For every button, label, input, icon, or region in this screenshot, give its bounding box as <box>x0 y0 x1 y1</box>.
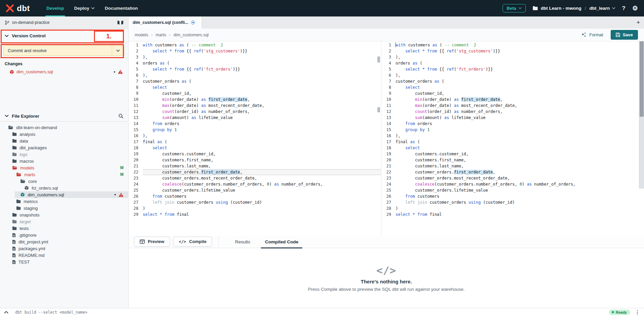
project-dropdown[interactable]: dbt_learn <box>589 6 615 11</box>
sidebar-splitter[interactable] <box>0 74 128 111</box>
commit-and-resolve-button[interactable]: Commit and resolve <box>3 45 124 56</box>
code-line: 3), <box>381 54 644 60</box>
tree-item--gitignore[interactable]: .gitignore <box>0 232 128 238</box>
tree-item-label: metrics <box>24 199 38 204</box>
breadcrumb-segment[interactable]: models <box>135 33 148 37</box>
line-number: 14 <box>129 121 143 127</box>
floppy-save-icon <box>616 33 620 37</box>
annotation-step-label: 1. <box>94 31 124 42</box>
tree-item-packages-yml[interactable]: packages.yml <box>0 245 128 252</box>
line-number: 9 <box>129 90 143 96</box>
changed-file-row[interactable]: dim_customers.sql <box>9 69 124 74</box>
model-cube-icon <box>24 186 29 190</box>
split-editors: 1with customers as ( -- comment 22 selec… <box>129 41 644 235</box>
format-button[interactable]: Format <box>581 32 603 38</box>
account-name[interactable]: dbt Learn - mwong <box>541 6 581 11</box>
tree-item-analysis[interactable]: analysis <box>0 131 128 137</box>
scrollbar-right[interactable] <box>639 41 644 189</box>
help-icon[interactable]: ? <box>622 5 625 12</box>
code-line: 14 from orders <box>381 121 644 127</box>
code-line: 14 from orders <box>129 121 381 127</box>
line-number: 18 <box>129 145 143 151</box>
tree-item-dbt-learn-on-demand[interactable]: dbt-learn-on-demand <box>0 124 128 131</box>
code-editor-right[interactable]: 1with customers as ( -- comment 22 selec… <box>381 41 644 235</box>
code-editor-left[interactable]: 1with customers as ( -- comment 22 selec… <box>129 41 381 235</box>
file-icon <box>12 233 16 237</box>
tree-item-macros[interactable]: macros <box>0 158 128 164</box>
tree-item-snapshots[interactable]: snapshots <box>0 211 128 218</box>
tree-item-target[interactable]: target <box>0 218 128 225</box>
tree-item-data[interactable]: data <box>0 137 128 144</box>
code-line: 21 customers.last_name, <box>129 163 381 169</box>
cli-command-input[interactable]: dbt build --select <model_name> <box>15 310 88 315</box>
chevron-down-icon <box>91 7 95 9</box>
scrollbar-thumb[interactable] <box>640 41 644 117</box>
tree-item-test[interactable]: TEST <box>0 259 128 265</box>
tree-item-readme-md[interactable]: README.md <box>0 252 128 259</box>
code-line: 24 coalesce(customer_orders.number_of_or… <box>381 181 644 187</box>
dbt-logo-icon <box>5 4 14 13</box>
line-number: 5 <box>381 66 396 72</box>
docs-book-icon[interactable] <box>117 20 124 25</box>
tree-item-core[interactable]: core <box>0 178 128 185</box>
chevron-up-icon[interactable] <box>4 311 8 314</box>
tree-item-dbt-packages[interactable]: dbt_packages <box>0 144 128 151</box>
line-number: 23 <box>129 175 143 181</box>
results-panel: </> There's nothing here. Press Compile … <box>129 248 644 308</box>
beta-dropdown[interactable]: Beta <box>503 4 526 12</box>
file-explorer-header[interactable]: File Explorer <box>0 111 128 122</box>
line-number: 26 <box>129 193 143 199</box>
dbt-logo[interactable]: dbt <box>5 4 30 13</box>
code-line: 9 customer_id, <box>129 90 381 96</box>
line-number: 17 <box>129 139 143 145</box>
compile-button[interactable]: </> Compile <box>173 237 212 247</box>
line-number: 18 <box>381 145 396 151</box>
top-navbar: dbt DevelopDeployDocumentation Beta dbt … <box>0 0 644 16</box>
line-number: 13 <box>381 115 396 121</box>
tree-item-dbt-project-yml[interactable]: dbt_project.yml <box>0 238 128 245</box>
tree-item-dim-customers-sql[interactable]: dim_customers.sql <box>0 191 128 198</box>
line-number: 6 <box>381 72 396 78</box>
unsaved-dot-icon <box>114 71 115 73</box>
overflow-menu-icon[interactable]: ⋮ <box>635 309 640 315</box>
tree-item-fct-orders-sql[interactable]: fct_orders.sql <box>0 185 128 191</box>
tree-item-models[interactable]: modelsM <box>0 164 128 171</box>
tree-item-logs[interactable]: logs <box>0 151 128 158</box>
status-badge: Ready <box>609 310 630 315</box>
tree-item-tests[interactable]: tests <box>0 225 128 232</box>
tree-item-metrics[interactable]: metrics <box>0 198 128 205</box>
tree-item-label: dbt-learn-on-demand <box>16 125 57 130</box>
search-icon[interactable] <box>118 113 124 119</box>
code-line: 6), <box>381 72 644 78</box>
nav-deploy[interactable]: Deploy <box>69 0 100 16</box>
preview-button[interactable]: Preview <box>134 237 170 247</box>
tree-item-marts[interactable]: martsM <box>0 171 128 178</box>
settings-gear-icon[interactable]: ⚙ <box>632 4 638 12</box>
editor-tabbar: dim_customers.sql (confli... + <box>129 16 644 29</box>
file-icon <box>12 246 16 251</box>
nav-develop[interactable]: Develop <box>41 0 69 16</box>
line-number: 6 <box>129 72 143 78</box>
line-number: 21 <box>129 163 143 169</box>
scrollbar-left-overview[interactable] <box>377 41 381 235</box>
breadcrumb-segment[interactable]: marts <box>156 33 166 37</box>
new-tab-plus-icon[interactable]: + <box>633 16 644 29</box>
breadcrumb-segment[interactable]: dim_customers.sql <box>174 33 209 37</box>
tab-results[interactable]: Results <box>228 235 258 248</box>
nav-documentation[interactable]: Documentation <box>100 0 143 16</box>
line-number: 19 <box>381 151 396 157</box>
code-line: 26 from customers <box>381 193 644 199</box>
line-number: 7 <box>129 78 143 84</box>
chevron-right-icon: › <box>151 33 152 37</box>
line-number: 21 <box>381 163 396 169</box>
tree-item-staging[interactable]: staging <box>0 205 128 211</box>
tab-dim-customers[interactable]: dim_customers.sql (confli... <box>129 16 202 29</box>
commit-dropdown-toggle[interactable] <box>112 46 124 55</box>
branch-name[interactable]: on-demand-practice <box>12 20 49 25</box>
line-number: 7 <box>381 78 396 84</box>
save-button[interactable]: Save <box>611 30 638 40</box>
tree-item-label: marts <box>24 172 35 177</box>
tab-compiled-code[interactable]: Compiled Code <box>258 235 306 248</box>
version-control-title: Version Control <box>12 33 46 38</box>
line-number: 20 <box>129 157 143 163</box>
